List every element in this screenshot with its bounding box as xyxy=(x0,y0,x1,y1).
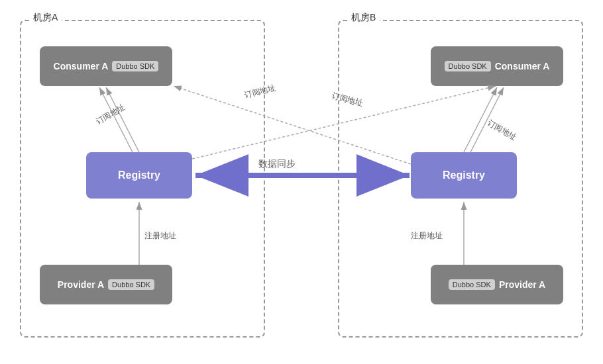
provider-a-right: Dubbo SDK Provider A xyxy=(431,265,563,304)
consumer-a-right: Dubbo SDK Consumer A xyxy=(431,46,563,86)
provider-a-left: Provider A Dubbo SDK xyxy=(40,265,172,304)
provider-a-left-sdk: Dubbo SDK xyxy=(108,279,154,290)
registry-right-label: Registry xyxy=(443,169,485,181)
consumer-a-right-sdk: Dubbo SDK xyxy=(445,61,491,71)
registry-left-label: Registry xyxy=(118,169,160,181)
registry-left: Registry xyxy=(86,152,192,199)
consumer-a-left-label: Consumer A xyxy=(54,61,109,71)
provider-a-right-label: Provider A xyxy=(499,279,545,290)
consumer-a-left: Consumer A Dubbo SDK xyxy=(40,46,172,86)
room-b-label: 机房B xyxy=(347,12,380,24)
consumer-a-left-sdk: Dubbo SDK xyxy=(112,61,158,71)
consumer-a-right-label: Consumer A xyxy=(495,61,550,71)
registry-right: Registry xyxy=(411,152,517,199)
room-a-label: 机房A xyxy=(29,12,62,24)
provider-a-left-label: Provider A xyxy=(58,279,104,290)
provider-a-right-sdk: Dubbo SDK xyxy=(449,279,495,290)
diagram: 机房A 机房B Consumer A Dubbo SDK Provider A … xyxy=(0,0,603,364)
